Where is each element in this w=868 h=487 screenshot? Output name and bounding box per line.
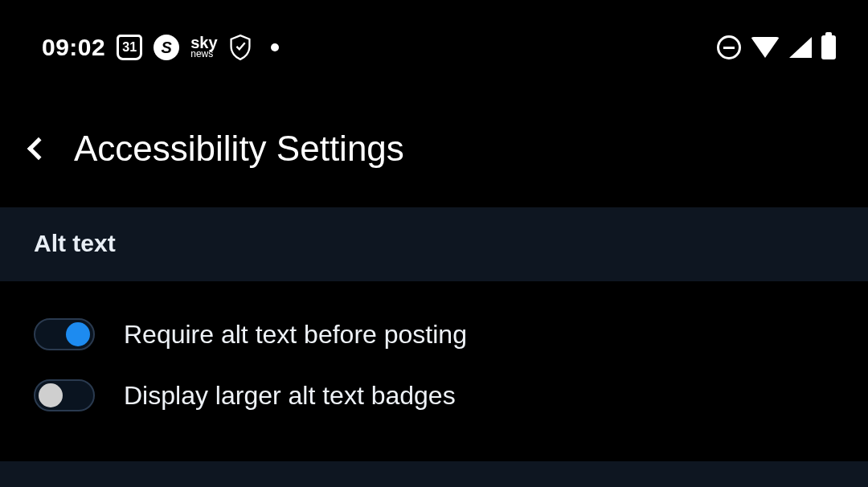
cellular-signal-icon — [789, 37, 812, 58]
status-left: 09:02 31 S sky news — [42, 34, 279, 61]
back-icon[interactable] — [27, 137, 50, 160]
do-not-disturb-icon — [717, 35, 741, 59]
calendar-icon: 31 — [117, 35, 142, 60]
section-header-alt-text: Alt text — [0, 207, 868, 281]
setting-row-larger-badges[interactable]: Display larger alt text badges — [0, 365, 868, 426]
page-title: Accessibility Settings — [74, 129, 404, 169]
wifi-icon — [751, 37, 780, 58]
status-bar: 09:02 31 S sky news — [0, 0, 868, 80]
battery-icon — [821, 35, 836, 59]
notification-dot-icon — [271, 43, 279, 51]
toggle-knob — [39, 383, 63, 407]
setting-row-require-alt[interactable]: Require alt text before posting — [0, 304, 868, 365]
setting-label-larger-badges: Display larger alt text badges — [124, 381, 456, 411]
status-clock: 09:02 — [42, 34, 105, 61]
toggle-larger-badges[interactable] — [34, 379, 95, 411]
sky-news-bottom: news — [190, 50, 213, 58]
toggle-knob — [66, 322, 90, 346]
toggle-require-alt[interactable] — [34, 318, 95, 350]
shield-icon — [229, 35, 252, 60]
page-header: Accessibility Settings — [0, 80, 868, 207]
section-title: Alt text — [34, 230, 116, 256]
settings-list: Require alt text before posting Display … — [0, 281, 868, 448]
status-right — [717, 35, 836, 59]
calendar-day: 31 — [117, 35, 142, 60]
setting-label-require-alt: Require alt text before posting — [124, 320, 467, 350]
sky-news-icon: sky news — [190, 36, 217, 58]
next-section-header — [0, 461, 868, 487]
app-icon: S — [154, 35, 179, 60]
